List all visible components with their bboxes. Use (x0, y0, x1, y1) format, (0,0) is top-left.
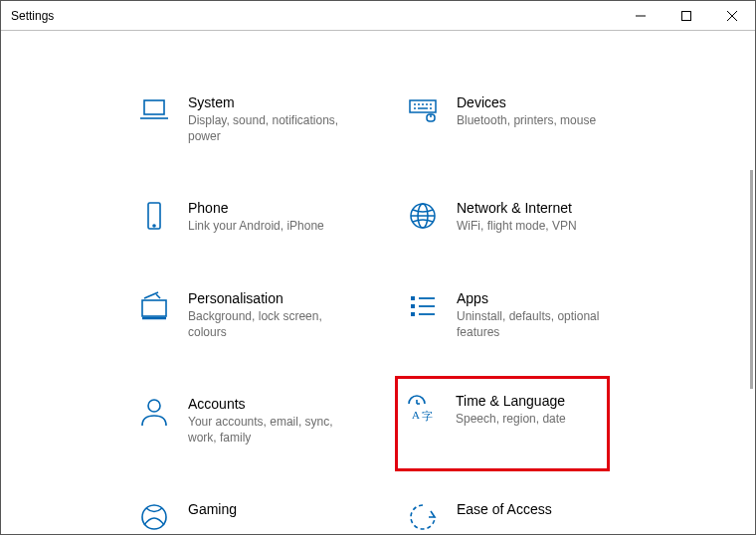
svg-rect-26 (411, 296, 415, 300)
list-icon (407, 290, 439, 322)
scrollbar[interactable] (749, 170, 755, 389)
svg-text:字: 字 (422, 410, 433, 422)
maximize-button[interactable] (663, 1, 709, 30)
svg-rect-30 (411, 312, 415, 316)
window-controls (618, 1, 755, 30)
tile-phone[interactable]: Phone Link your Android, iPhone (134, 194, 383, 240)
tile-subtitle: Link your Android, iPhone (188, 218, 324, 234)
minimize-button[interactable] (618, 1, 663, 30)
tile-devices[interactable]: Devices Bluetooth, printers, mouse (403, 89, 652, 150)
ease-icon (407, 501, 439, 533)
svg-rect-6 (410, 100, 436, 112)
tile-subtitle: Bluetooth, printers, mouse (457, 112, 596, 128)
tile-title: Devices (457, 94, 596, 110)
tile-title: Phone (188, 200, 324, 216)
tile-subtitle: WiFi, flight mode, VPN (457, 218, 577, 234)
phone-icon (138, 200, 170, 232)
tile-system[interactable]: System Display, sound, notifications, po… (134, 89, 383, 150)
svg-point-32 (148, 400, 160, 412)
settings-content: System Display, sound, notifications, po… (1, 31, 755, 534)
titlebar: Settings (1, 1, 755, 31)
svg-rect-28 (411, 304, 415, 308)
tile-subtitle: Background, lock screen, colours (188, 308, 357, 340)
svg-rect-4 (144, 100, 164, 114)
tile-title: Ease of Access (457, 501, 552, 517)
paint-icon (138, 290, 170, 322)
clock-lang-icon: A 字 (406, 393, 438, 425)
tile-subtitle: Uninstall, defaults, optional features (457, 308, 626, 340)
tile-accounts[interactable]: Accounts Your accounts, email, sync, wor… (134, 390, 383, 451)
tile-apps[interactable]: Apps Uninstall, defaults, optional featu… (403, 284, 652, 346)
svg-text:A: A (412, 409, 420, 421)
svg-rect-1 (682, 11, 691, 20)
close-button[interactable] (709, 1, 755, 30)
tile-ease-of-access[interactable]: Ease of Access (403, 495, 652, 534)
settings-grid: System Display, sound, notifications, po… (134, 89, 671, 534)
tile-title: Apps (457, 290, 626, 306)
globe-icon (407, 200, 439, 232)
scrollbar-thumb[interactable] (750, 170, 753, 389)
tile-title: System (188, 94, 357, 110)
tile-personalisation[interactable]: Personalisation Background, lock screen,… (134, 284, 383, 346)
tile-subtitle: Speech, region, date (456, 411, 566, 427)
tile-network-internet[interactable]: Network & Internet WiFi, flight mode, VP… (403, 194, 652, 240)
svg-point-18 (153, 225, 155, 227)
tile-time-language[interactable]: A 字 Time & Language Speech, region, date (395, 376, 610, 471)
laptop-icon (138, 94, 170, 126)
svg-rect-22 (142, 300, 166, 316)
tile-title: Gaming (188, 501, 237, 517)
tile-title: Time & Language (456, 393, 566, 409)
tile-subtitle: Your accounts, email, sync, work, family (188, 414, 357, 446)
tile-title: Personalisation (188, 290, 357, 306)
tile-gaming[interactable]: Gaming (134, 495, 383, 534)
person-icon (138, 396, 170, 428)
tile-title: Network & Internet (457, 200, 577, 216)
tile-subtitle: Display, sound, notifications, power (188, 112, 357, 144)
tile-title: Accounts (188, 396, 357, 412)
window-title: Settings (11, 9, 54, 23)
xbox-icon (138, 501, 170, 533)
settings-window: Settings (0, 0, 756, 535)
svg-line-24 (156, 294, 160, 298)
keyboard-icon (407, 94, 439, 126)
